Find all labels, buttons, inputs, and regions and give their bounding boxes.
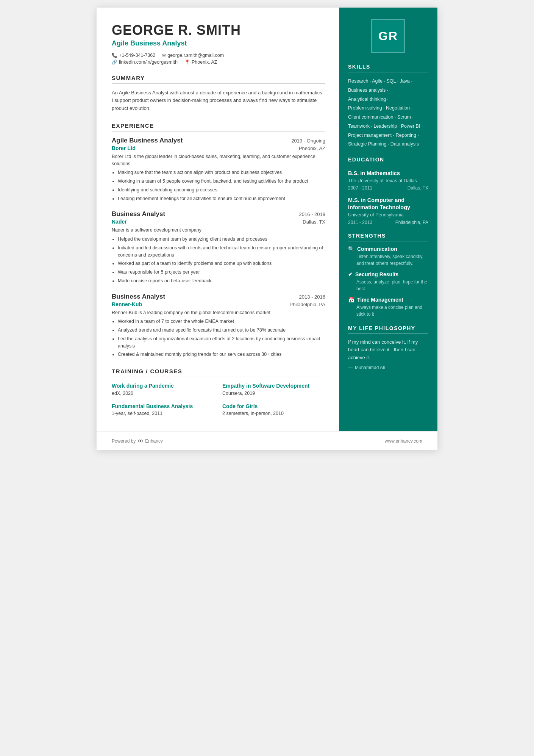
training-item-4: Code for Girls 2 semesters, in-person, 2… — [222, 403, 325, 416]
training-name-2: Empathy in Software Development — [222, 382, 325, 390]
edu-school-1: The University of Texas at Dallas — [348, 178, 428, 185]
exp-title-3: Business Analyst — [112, 293, 165, 301]
edu-degree-1: B.S. in Mathematics — [348, 170, 428, 177]
bullet: Working in a team of 5 people covering f… — [118, 178, 325, 185]
skills-line-7: Project management · Reporting · — [348, 133, 419, 138]
training-name-3: Fundamental Business Analysis — [112, 403, 215, 410]
footer-brand-name: Enhancv — [145, 438, 163, 444]
training-item-2: Empathy in Software Development Coursera… — [222, 382, 325, 396]
strength-item-1: 🔍 Communication Listen attentively, spea… — [348, 246, 428, 267]
location-text: Phoenix, AZ — [192, 59, 217, 65]
summary-title: SUMMARY — [112, 75, 325, 84]
bullet: Initiated and led discussions with clien… — [118, 244, 325, 259]
full-name: GEORGE R. SMITH — [112, 23, 325, 38]
email-item: ✉ george.r.smith@gmail.com — [162, 53, 224, 58]
exp-desc-2: Nader is a software development company — [112, 227, 325, 234]
check-icon: ✔ — [348, 271, 353, 277]
linkedin-url: linkedin.com/in/georgesmith — [119, 59, 178, 65]
contact-row-1: 📞 +1-549-341-7362 ✉ george.r.smith@gmail… — [112, 53, 325, 58]
exp-header-2: Business Analyst 2016 - 2019 — [112, 210, 325, 218]
strength-desc-3: Always make a concise plan and stick to … — [348, 304, 428, 318]
exp-location-3: Philadelphia, PA — [290, 302, 325, 307]
training-item-1: Work during a Pandemic edX, 2020 — [112, 382, 215, 396]
exp-company-3: Renner-Kub — [112, 301, 142, 307]
exp-company-row-1: Borer Ltd Pheonix, AZ — [112, 145, 325, 151]
exp-bullets-2: Helped the development team by analyzing… — [112, 236, 325, 285]
exp-company-1: Borer Ltd — [112, 145, 136, 151]
exp-dates-3: 2013 - 2016 — [299, 294, 325, 300]
exp-location-2: Dallas, TX — [303, 219, 325, 225]
exp-header-1: Agile Business Analyst 2019 - Ongoing — [112, 137, 325, 144]
exp-dates-1: 2019 - Ongoing — [291, 138, 325, 144]
strength-header-1: 🔍 Communication — [348, 246, 428, 252]
edu-item-1: B.S. in Mathematics The University of Te… — [348, 170, 428, 191]
exp-bullets-3: Worked in a team of 7 to cover the whole… — [112, 318, 325, 358]
bullet: Led the analysis of organizational expan… — [118, 335, 325, 350]
resume-body: GEORGE R. SMITH Agile Business Analyst 📞… — [97, 8, 437, 431]
education-title: EDUCATION — [348, 157, 428, 165]
bullet: Was responsible for 5 projects per year — [118, 269, 325, 276]
enhancv-logo-icon: ∞ — [138, 437, 143, 445]
strength-name-3: Time Management — [357, 297, 403, 303]
strength-item-3: 📅 Time Management Always make a concise … — [348, 297, 428, 318]
footer-brand: Powered by ∞ Enhancv — [112, 437, 163, 445]
footer-powered-by: Powered by — [112, 438, 136, 444]
strength-name-1: Communication — [357, 246, 397, 252]
training-grid: Work during a Pandemic edX, 2020 Empathy… — [112, 382, 325, 416]
skills-line-3: Analytical thinking · — [348, 97, 389, 102]
skills-text: Research · Agile · SQL · Java · Business… — [348, 77, 428, 149]
avatar: GR — [371, 19, 405, 53]
strength-name-2: Securing Results — [355, 271, 398, 277]
edu-meta-2: 2011 - 2013 Philadelphia, PA — [348, 220, 428, 225]
training-detail-4: 2 semesters, in-person, 2010 — [222, 411, 325, 416]
bullet: Identifying and scheduling upcoming proc… — [118, 186, 325, 194]
skills-line-5: Client communication · Scrum · — [348, 114, 414, 120]
strengths-title: STRENGTHS — [348, 233, 428, 241]
exp-company-row-3: Renner-Kub Philadelphia, PA — [112, 301, 325, 307]
experience-title: EXPERIENCE — [112, 122, 325, 131]
bullet: Created & maintained monthly pricing tre… — [118, 351, 325, 358]
email-address: george.r.smith@gmail.com — [167, 53, 224, 58]
location-icon: 📍 — [184, 59, 190, 65]
strength-desc-2: Assess, analyze, plan, hope for the best — [348, 279, 428, 292]
strength-item-2: ✔ Securing Results Assess, analyze, plan… — [348, 271, 428, 292]
skills-line-6: Teamwork · Leadership · Power BI · — [348, 124, 423, 129]
bullet: Worked as part of a team to identify pro… — [118, 260, 325, 267]
edu-dates-2: 2011 - 2013 — [348, 220, 372, 225]
exp-desc-1: Borer Ltd is the global leader in cloud-… — [112, 153, 325, 167]
phone-icon: 📞 — [112, 53, 117, 58]
exp-bullets-1: Making sure that the team's actions alig… — [112, 169, 325, 202]
strength-header-2: ✔ Securing Results — [348, 271, 428, 277]
exp-desc-3: Renner-Kub is a leading company on the g… — [112, 309, 325, 316]
right-column: GR SKILLS Research · Agile · SQL · Java … — [339, 8, 437, 431]
training-item-3: Fundamental Business Analysis 1-year, se… — [112, 403, 215, 416]
experience-section: EXPERIENCE Agile Business Analyst 2019 -… — [112, 122, 325, 358]
exp-company-2: Nader — [112, 219, 127, 225]
bullet: Worked in a team of 7 to cover the whole… — [118, 318, 325, 325]
location-item: 📍 Phoenix, AZ — [184, 59, 217, 65]
exp-item-3: Business Analyst 2013 - 2016 Renner-Kub … — [112, 293, 325, 358]
training-detail-2: Coursera, 2019 — [222, 391, 325, 396]
search-icon: 🔍 — [348, 246, 354, 252]
edu-dates-1: 2007 - 2011 — [348, 185, 372, 191]
strengths-section: STRENGTHS 🔍 Communication Listen attenti… — [348, 233, 428, 318]
edu-item-2: M.S. in Computer and Information Technol… — [348, 197, 428, 225]
philosophy-text: If my mind can conceive it, if my heart … — [348, 338, 428, 362]
bullet: Making sure that the team's actions alig… — [118, 169, 325, 176]
strength-header-3: 📅 Time Management — [348, 297, 428, 303]
footer: Powered by ∞ Enhancv www.enhancv.com — [97, 431, 437, 450]
skills-line-2: Business analysis · — [348, 88, 388, 93]
edu-degree-2: M.S. in Computer and Information Technol… — [348, 197, 428, 211]
skills-line-4: Problem-solving · Negotiation · — [348, 105, 412, 111]
skills-section: SKILLS Research · Agile · SQL · Java · B… — [348, 64, 428, 149]
exp-title-2: Business Analyst — [112, 210, 165, 218]
bullet: Analyzed trends and made specific foreca… — [118, 327, 325, 334]
bullet: Leading refinement meetings for all acti… — [118, 195, 325, 202]
education-section: EDUCATION B.S. in Mathematics The Univer… — [348, 157, 428, 225]
skills-line-1: Research · Agile · SQL · Java · — [348, 78, 412, 84]
footer-url: www.enhancv.com — [385, 438, 422, 444]
phone-number: +1-549-341-7362 — [119, 53, 155, 58]
bullet: Helped the development team by analyzing… — [118, 236, 325, 243]
skills-title: SKILLS — [348, 64, 428, 72]
summary-text: An Agile Business Analyst with almost a … — [112, 89, 325, 113]
